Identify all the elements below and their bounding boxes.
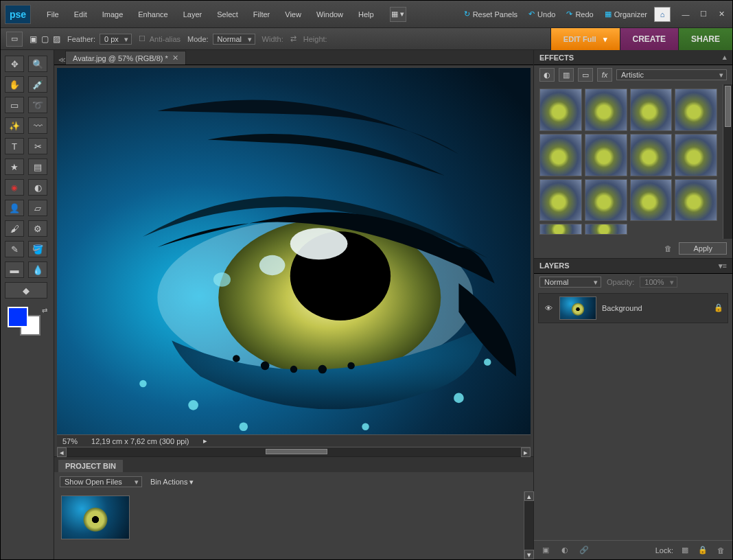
opacity-input[interactable]: 100% (640, 277, 677, 288)
effect-thumb[interactable] (585, 89, 627, 131)
blend-mode-select[interactable]: Normal (539, 277, 601, 288)
trash-icon[interactable]: 🗑 (664, 244, 672, 253)
scroll-thumb[interactable] (266, 449, 327, 454)
tool-lasso[interactable]: ➰ (28, 97, 47, 113)
effect-thumb[interactable] (675, 134, 717, 176)
effect-thumb[interactable] (630, 89, 673, 131)
layer-thumbnail[interactable] (559, 296, 596, 320)
effect-thumb[interactable] (539, 89, 582, 131)
sel-int-icon[interactable]: ▨ (53, 34, 60, 44)
scroll-left-icon[interactable]: ◂ (57, 447, 67, 457)
sel-sub-icon[interactable]: ▢ (41, 34, 49, 44)
reset-panels-button[interactable]: ↻ Reset Panels (460, 10, 522, 19)
project-bin-tab[interactable]: PROJECT BIN (58, 460, 123, 472)
tool-bucket[interactable]: 🪣 (28, 241, 47, 257)
effect-thumb[interactable] (539, 179, 582, 222)
effects-photo-icon[interactable]: ▭ (578, 68, 593, 82)
menu-image[interactable]: Image (96, 6, 130, 23)
tool-redeye[interactable]: ◉ (5, 179, 24, 196)
arrange-documents-button[interactable]: ▦▾ (390, 7, 406, 22)
menu-select[interactable]: Select (211, 6, 244, 23)
effects-vscroll[interactable] (723, 84, 732, 239)
bin-actions-menu[interactable]: Bin Actions ▾ (150, 478, 194, 487)
close-tab-icon[interactable]: ✕ (172, 54, 178, 62)
layer-row[interactable]: 👁 Background 🔒 (538, 293, 728, 323)
tool-magic-wand[interactable]: ✨ (5, 117, 24, 134)
menu-file[interactable]: File (40, 6, 65, 23)
tab-share[interactable]: SHARE (678, 28, 732, 50)
project-bin-show-select[interactable]: Show Open Files (60, 476, 142, 487)
tool-cookie-cutter[interactable]: ★ (5, 159, 24, 175)
tool-hand[interactable]: ✋ (5, 76, 24, 93)
tool-smart-brush[interactable]: ⚙ (28, 220, 47, 237)
tool-move[interactable]: ✥ (5, 56, 24, 72)
scroll-down-icon[interactable]: ▾ (524, 550, 534, 559)
adjustment-layer-icon[interactable]: ◐ (559, 544, 571, 557)
effect-thumb[interactable] (675, 179, 717, 222)
foreground-color[interactable] (8, 307, 28, 327)
menu-layer[interactable]: Layer (177, 6, 209, 23)
effects-category-select[interactable]: Artistic (616, 69, 727, 80)
tool-spot-heal[interactable]: ◐ (28, 179, 47, 196)
menu-view[interactable]: View (279, 6, 307, 23)
document-tab[interactable]: Avatar.jpg @ 57% (RGB/8) * ✕ (65, 51, 186, 65)
lock-pixels-icon[interactable]: ▩ (679, 544, 691, 557)
feather-input[interactable]: 0 px (100, 34, 132, 45)
minimize-button[interactable]: — (679, 10, 693, 19)
effect-thumb[interactable] (630, 179, 673, 222)
menu-filter[interactable]: Filter (247, 6, 276, 23)
tool-zoom[interactable]: 🔍 (28, 56, 47, 72)
swap-wh-icon[interactable]: ⇄ (290, 34, 296, 43)
effects-styles-icon[interactable]: ▥ (559, 68, 574, 82)
panel-collapse-icon[interactable]: ▴ (723, 53, 727, 62)
canvas[interactable] (57, 68, 531, 434)
swap-colors-icon[interactable]: ⇄ (42, 307, 47, 314)
tab-edit[interactable]: EDIT Full ▾ (550, 28, 620, 50)
effects-filters-icon[interactable]: ◐ (539, 68, 555, 82)
home-button[interactable]: ⌂ (654, 7, 671, 22)
tool-marquee[interactable]: ▭ (5, 97, 24, 113)
status-menu-icon[interactable]: ▸ (203, 436, 207, 445)
redo-button[interactable]: ↷ Redo (562, 10, 597, 19)
close-window-button[interactable]: ✕ (714, 10, 728, 19)
effect-thumb[interactable] (675, 89, 717, 131)
menu-help[interactable]: Help (352, 6, 380, 23)
tool-brush[interactable]: 🖌 (5, 220, 24, 237)
tool-sponge[interactable]: ◆ (5, 282, 47, 299)
panel-menu-icon[interactable]: ▾≡ (719, 261, 727, 270)
tab-create[interactable]: CREATE (620, 28, 678, 50)
new-layer-icon[interactable]: ▣ (539, 544, 552, 557)
scroll-right-icon[interactable]: ▸ (521, 447, 531, 457)
menu-window[interactable]: Window (310, 6, 349, 23)
effect-thumb[interactable] (585, 224, 627, 234)
layer-visibility-icon[interactable]: 👁 (543, 304, 554, 312)
selection-new-icon[interactable]: ▭ (6, 32, 23, 47)
tool-recompose[interactable]: ▤ (28, 159, 47, 175)
sel-add-icon[interactable]: ▣ (30, 34, 37, 44)
canvas-hscroll[interactable]: ◂ ▸ (57, 447, 531, 456)
effect-thumb[interactable] (585, 179, 627, 222)
mode-select[interactable]: Normal (213, 34, 255, 45)
tool-eraser[interactable]: ▱ (28, 200, 47, 216)
tool-gradient[interactable]: ▬ (5, 261, 24, 278)
effect-thumb[interactable] (630, 134, 673, 176)
menu-enhance[interactable]: Enhance (132, 6, 174, 23)
layer-name[interactable]: Background (602, 304, 642, 312)
effects-all-icon[interactable]: fx (597, 68, 612, 82)
organizer-button[interactable]: ▦ Organizer (601, 10, 651, 19)
maximize-button[interactable]: ☐ (697, 10, 710, 19)
antialias-checkbox[interactable]: ☐ (139, 34, 146, 43)
effects-apply-button[interactable]: Apply (679, 242, 727, 255)
menu-edit[interactable]: Edit (68, 6, 93, 23)
tool-type[interactable]: T (5, 138, 24, 154)
lock-all-icon[interactable]: 🔒 (697, 544, 709, 557)
delete-layer-icon[interactable]: 🗑 (714, 544, 727, 557)
tool-crop[interactable]: ✂ (28, 138, 47, 154)
scroll-up-icon[interactable]: ▴ (524, 491, 534, 501)
undo-button[interactable]: ↶ Undo (524, 10, 559, 19)
color-swatch[interactable]: ⇄ (5, 307, 47, 334)
link-layers-icon[interactable]: 🔗 (578, 544, 590, 557)
tool-blur[interactable]: 💧 (28, 261, 47, 278)
tool-clone-stamp[interactable]: 👤 (5, 200, 24, 216)
tool-eyedropper[interactable]: 💉 (28, 76, 47, 93)
